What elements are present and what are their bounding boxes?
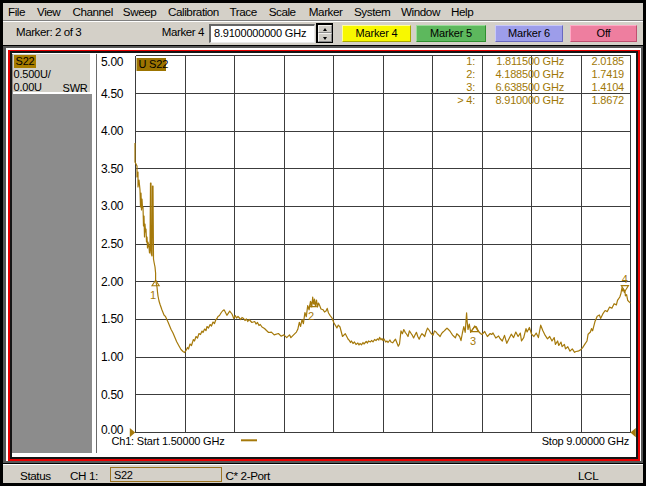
- svg-text:8.910000 GHz: 8.910000 GHz: [495, 94, 564, 106]
- svg-text:2:: 2:: [466, 68, 475, 80]
- svg-text:1.7419: 1.7419: [592, 68, 625, 80]
- svg-text:1:: 1:: [466, 55, 475, 67]
- svg-text:1.50: 1.50: [101, 312, 124, 326]
- svg-text:4: 4: [622, 273, 628, 285]
- svg-text:3.00: 3.00: [101, 199, 124, 213]
- svg-text:3.50: 3.50: [101, 162, 124, 176]
- svg-text:3: 3: [470, 335, 476, 347]
- svg-text:2.0185: 2.0185: [592, 55, 625, 67]
- svg-text:1.4104: 1.4104: [592, 81, 625, 93]
- svg-text:1: 1: [150, 289, 156, 301]
- svg-text:1.00: 1.00: [101, 350, 124, 364]
- svg-text:5.00: 5.00: [101, 55, 124, 69]
- svg-text:2.00: 2.00: [101, 275, 124, 289]
- svg-text:0.50: 0.50: [101, 388, 124, 402]
- svg-text:Stop 9.00000 GHz: Stop 9.00000 GHz: [542, 435, 629, 447]
- svg-text:2.50: 2.50: [101, 237, 124, 251]
- svg-text:Ch1: Start 1.50000 GHz: Ch1: Start 1.50000 GHz: [112, 435, 225, 447]
- svg-text:1.8672: 1.8672: [592, 94, 625, 106]
- svg-text:U S22: U S22: [139, 58, 169, 70]
- svg-text:2: 2: [308, 310, 314, 322]
- svg-text:4.50: 4.50: [101, 87, 124, 101]
- svg-text:> 4:: > 4:: [457, 94, 475, 106]
- svg-text:4.188500 GHz: 4.188500 GHz: [495, 68, 564, 80]
- svg-text:4.00: 4.00: [101, 124, 124, 138]
- svg-text:1.811500 GHz: 1.811500 GHz: [496, 55, 564, 67]
- svg-text:3:: 3:: [466, 81, 475, 93]
- svg-text:6.638500 GHz: 6.638500 GHz: [495, 81, 564, 93]
